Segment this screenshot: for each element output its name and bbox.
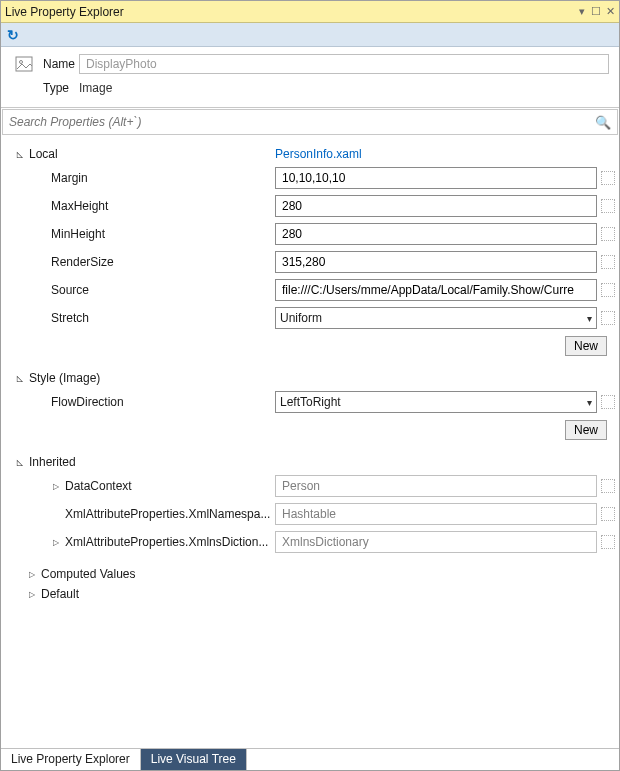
expand-icon[interactable] bbox=[15, 373, 25, 383]
tab-visual-tree[interactable]: Live Visual Tree bbox=[141, 749, 247, 770]
prop-label: Margin bbox=[51, 171, 275, 185]
expand-icon[interactable] bbox=[27, 569, 37, 579]
prop-label: Source bbox=[51, 283, 275, 297]
prop-row-maxheight: MaxHeight bbox=[5, 192, 615, 220]
prop-label: XmlAttributeProperties.XmlNamespa... bbox=[65, 507, 275, 521]
prop-marker[interactable] bbox=[601, 171, 615, 185]
source-link[interactable]: PersonInfo.xaml bbox=[275, 147, 362, 161]
search-input[interactable] bbox=[9, 115, 595, 129]
prop-value-input[interactable] bbox=[275, 279, 597, 301]
prop-row-xmlnsdict: XmlAttributeProperties.XmlnsDiction... bbox=[5, 528, 615, 556]
prop-marker[interactable] bbox=[601, 395, 615, 409]
dropdown-icon[interactable]: ▾ bbox=[573, 5, 587, 18]
prop-value-select[interactable]: LeftToRight ▾ bbox=[275, 391, 597, 413]
prop-marker[interactable] bbox=[601, 255, 615, 269]
select-value: Uniform bbox=[280, 311, 322, 325]
section-default-label: Default bbox=[41, 587, 79, 601]
section-inherited: Inherited DataContext XmlAttributeProper… bbox=[5, 452, 615, 556]
prop-marker[interactable] bbox=[601, 311, 615, 325]
prop-row-stretch: Stretch Uniform ▾ bbox=[5, 304, 615, 332]
chevron-down-icon: ▾ bbox=[587, 397, 592, 408]
prop-marker[interactable] bbox=[601, 227, 615, 241]
prop-label: RenderSize bbox=[51, 255, 275, 269]
name-input[interactable] bbox=[79, 54, 609, 74]
refresh-icon[interactable]: ↻ bbox=[7, 27, 19, 43]
section-computed-label: Computed Values bbox=[41, 567, 136, 581]
prop-label: DataContext bbox=[65, 479, 275, 493]
type-label: Type bbox=[43, 81, 79, 95]
prop-marker[interactable] bbox=[601, 199, 615, 213]
prop-marker[interactable] bbox=[601, 535, 615, 549]
prop-marker[interactable] bbox=[601, 479, 615, 493]
prop-value-input[interactable] bbox=[275, 475, 597, 497]
name-label: Name bbox=[43, 57, 79, 71]
search-bar[interactable]: 🔍 bbox=[2, 109, 618, 135]
section-inherited-header[interactable]: Inherited bbox=[5, 452, 615, 472]
section-computed-header[interactable]: Computed Values bbox=[5, 564, 615, 584]
new-button[interactable]: New bbox=[565, 420, 607, 440]
prop-marker[interactable] bbox=[601, 283, 615, 297]
section-local-label: Local bbox=[29, 147, 58, 161]
bottom-tabs: Live Property Explorer Live Visual Tree bbox=[1, 748, 619, 770]
close-icon[interactable]: ✕ bbox=[601, 5, 615, 18]
prop-marker[interactable] bbox=[601, 507, 615, 521]
prop-label: XmlAttributeProperties.XmlnsDiction... bbox=[65, 535, 275, 549]
window: Live Property Explorer ▾ ☐ ✕ ↻ Name Type… bbox=[0, 0, 620, 771]
svg-point-1 bbox=[20, 61, 23, 64]
section-local-header[interactable]: Local PersonInfo.xaml bbox=[5, 144, 615, 164]
element-header: Name Type Image bbox=[1, 47, 619, 108]
expand-icon[interactable] bbox=[51, 481, 61, 491]
prop-value-input[interactable] bbox=[275, 167, 597, 189]
prop-value-input[interactable] bbox=[275, 503, 597, 525]
titlebar: Live Property Explorer ▾ ☐ ✕ bbox=[1, 1, 619, 23]
prop-row-datacontext: DataContext bbox=[5, 472, 615, 500]
expand-icon[interactable] bbox=[27, 589, 37, 599]
prop-row-rendersize: RenderSize bbox=[5, 248, 615, 276]
expand-icon[interactable] bbox=[15, 457, 25, 467]
chevron-down-icon: ▾ bbox=[587, 313, 592, 324]
image-icon bbox=[13, 53, 35, 75]
prop-value-input[interactable] bbox=[275, 195, 597, 217]
prop-value-input[interactable] bbox=[275, 251, 597, 273]
prop-row-source: Source bbox=[5, 276, 615, 304]
prop-label: MinHeight bbox=[51, 227, 275, 241]
section-default-header[interactable]: Default bbox=[5, 584, 615, 604]
new-button[interactable]: New bbox=[565, 336, 607, 356]
prop-label: Stretch bbox=[51, 311, 275, 325]
toolbar: ↻ bbox=[1, 23, 619, 47]
prop-row-xmlns: XmlAttributeProperties.XmlNamespa... bbox=[5, 500, 615, 528]
expand-icon[interactable] bbox=[15, 149, 25, 159]
prop-label: MaxHeight bbox=[51, 199, 275, 213]
tab-property-explorer[interactable]: Live Property Explorer bbox=[1, 749, 141, 770]
prop-value-select[interactable]: Uniform ▾ bbox=[275, 307, 597, 329]
section-local: Local PersonInfo.xaml Margin MaxHeight bbox=[5, 144, 615, 360]
select-value: LeftToRight bbox=[280, 395, 341, 409]
window-title: Live Property Explorer bbox=[5, 5, 573, 19]
prop-label: FlowDirection bbox=[51, 395, 275, 409]
section-style-label: Style (Image) bbox=[29, 371, 100, 385]
prop-row-minheight: MinHeight bbox=[5, 220, 615, 248]
content-area: Local PersonInfo.xaml Margin MaxHeight bbox=[1, 136, 619, 748]
section-style-header[interactable]: Style (Image) bbox=[5, 368, 615, 388]
section-inherited-label: Inherited bbox=[29, 455, 76, 469]
type-value: Image bbox=[79, 81, 112, 95]
section-style: Style (Image) FlowDirection LeftToRight … bbox=[5, 368, 615, 444]
search-icon[interactable]: 🔍 bbox=[595, 115, 611, 130]
expand-icon[interactable] bbox=[51, 537, 61, 547]
prop-row-flowdirection: FlowDirection LeftToRight ▾ bbox=[5, 388, 615, 416]
prop-value-input[interactable] bbox=[275, 531, 597, 553]
prop-value-input[interactable] bbox=[275, 223, 597, 245]
maximize-icon[interactable]: ☐ bbox=[587, 5, 601, 18]
prop-row-margin: Margin bbox=[5, 164, 615, 192]
